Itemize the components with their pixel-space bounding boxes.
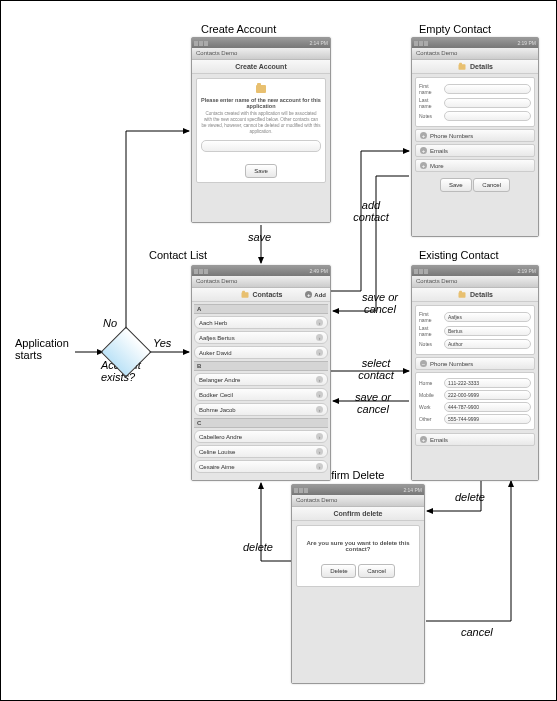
phone-existing-contact: 2:19 PM Contacts Demo Details First name… xyxy=(411,265,539,481)
screen-header: Create Account xyxy=(192,60,330,74)
flowchart-canvas: Create Account Empty Contact Contact Lis… xyxy=(0,0,557,701)
add-button[interactable]: +Add xyxy=(305,291,326,298)
edge-save-cancel-empty: save or cancel xyxy=(355,291,405,315)
list-item[interactable]: Cabellero Andre› xyxy=(194,430,328,443)
title-contact-list: Contact List xyxy=(149,249,207,261)
plus-icon: + xyxy=(420,162,427,169)
list-item[interactable]: Aach Herb› xyxy=(194,316,328,329)
chevron-icon: › xyxy=(316,319,323,326)
phone-input[interactable]: 444-787-9900 xyxy=(444,402,531,412)
phone-create-account: 2:14 PM Contacts Demo Create Account Ple… xyxy=(191,37,331,223)
edge-yes: Yes xyxy=(153,337,171,349)
title-create-account: Create Account xyxy=(201,23,276,35)
folder-icon xyxy=(256,85,266,93)
emails-accordion[interactable]: +Emails xyxy=(415,144,535,157)
screen-header: Confirm delete xyxy=(292,507,424,521)
folder-icon xyxy=(459,292,466,298)
last-name-label: Last name xyxy=(419,325,441,337)
section-header-a: A xyxy=(194,304,328,314)
plus-icon: + xyxy=(420,436,427,443)
section-header-c: C xyxy=(194,418,328,428)
app-title-bar: Contacts Demo xyxy=(412,276,538,288)
create-account-body: Please enter name of the new account for… xyxy=(192,74,330,222)
list-item[interactable]: Aafjes Bertus› xyxy=(194,331,328,344)
chevron-icon: › xyxy=(316,406,323,413)
status-bar: 2:14 PM xyxy=(292,485,424,495)
notes-input[interactable] xyxy=(444,111,531,121)
edge-save-cancel-existing: save or cancel xyxy=(343,391,403,415)
chevron-icon: › xyxy=(316,391,323,398)
status-bar: 2:14 PM xyxy=(192,38,330,48)
phone-input[interactable]: 111-222-3333 xyxy=(444,378,531,388)
folder-icon xyxy=(241,292,248,298)
status-bar: 2:19 PM xyxy=(412,38,538,48)
plus-icon: + xyxy=(420,132,427,139)
last-name-input[interactable] xyxy=(444,98,531,108)
screen-header: Details xyxy=(412,288,538,302)
list-item[interactable]: Cesaire Aime› xyxy=(194,460,328,473)
list-item[interactable]: Bodker Cecil› xyxy=(194,388,328,401)
label-application-starts: Application starts xyxy=(15,337,75,361)
app-title-bar: Contacts Demo xyxy=(412,48,538,60)
plus-icon: + xyxy=(420,147,427,154)
confirm-delete-body: Are you sure you want to delete this con… xyxy=(292,521,424,683)
list-item[interactable]: Bohme Jacob› xyxy=(194,403,328,416)
edge-delete-confirm: delete xyxy=(243,541,273,553)
cancel-button[interactable]: Cancel xyxy=(358,564,395,578)
save-button[interactable]: Save xyxy=(245,164,277,178)
save-button[interactable]: Save xyxy=(440,178,472,192)
prompt-bold: Please enter name of the new account for… xyxy=(201,97,321,109)
phone-numbers-accordion[interactable]: +Phone Numbers xyxy=(415,129,535,142)
title-empty-contact: Empty Contact xyxy=(419,23,491,35)
app-title-bar: Contacts Demo xyxy=(292,495,424,507)
last-name-label: Last name xyxy=(419,97,441,109)
edge-cancel-confirm: cancel xyxy=(461,626,493,638)
phone-contact-list: 2:49 PM Contacts Demo Contacts +Add A Aa… xyxy=(191,265,331,481)
screen-header: Contacts +Add xyxy=(192,288,330,302)
first-name-input[interactable] xyxy=(444,84,531,94)
notes-label: Notes xyxy=(419,113,441,119)
phone-numbers-accordion[interactable]: −Phone Numbers xyxy=(415,357,535,370)
first-name-label: First name xyxy=(419,311,441,323)
notes-input[interactable]: Author xyxy=(444,339,531,349)
edge-add-contact: add contact xyxy=(346,199,396,223)
screen-header: Details xyxy=(412,60,538,74)
phone-input[interactable]: 555-744-9999 xyxy=(444,414,531,424)
phone-row: Other555-744-9999 xyxy=(419,414,531,424)
last-name-input[interactable]: Bertus xyxy=(444,326,531,336)
list-item[interactable]: Auker David› xyxy=(194,346,328,359)
emails-accordion[interactable]: +Emails xyxy=(415,433,535,446)
chevron-icon: › xyxy=(316,349,323,356)
prompt-desc: Contacts created with this application w… xyxy=(201,111,321,134)
contact-list-body: A Aach Herb› Aafjes Bertus› Auker David›… xyxy=(192,302,330,480)
existing-contact-body: First nameAafjes Last nameBertus NotesAu… xyxy=(412,302,538,480)
edge-save-create: save xyxy=(248,231,271,243)
edge-select-contact: select contact xyxy=(351,357,401,381)
phone-row: Mobile222-000-9999 xyxy=(419,390,531,400)
chevron-icon: › xyxy=(316,376,323,383)
confirm-message: Are you sure you want to delete this con… xyxy=(303,540,413,552)
account-name-input[interactable] xyxy=(201,140,321,152)
chevron-icon: › xyxy=(316,463,323,470)
status-bar: 2:19 PM xyxy=(412,266,538,276)
edge-no: No xyxy=(103,317,117,329)
list-item[interactable]: Celine Louise› xyxy=(194,445,328,458)
plus-icon: + xyxy=(305,291,312,298)
title-existing-contact: Existing Contact xyxy=(419,249,498,261)
empty-contact-body: First name Last name Notes +Phone Number… xyxy=(412,74,538,236)
notes-label: Notes xyxy=(419,341,441,347)
phone-empty-contact: 2:19 PM Contacts Demo Details First name… xyxy=(411,37,539,237)
delete-button[interactable]: Delete xyxy=(321,564,356,578)
more-accordion[interactable]: +More xyxy=(415,159,535,172)
first-name-input[interactable]: Aafjes xyxy=(444,312,531,322)
app-title-bar: Contacts Demo xyxy=(192,48,330,60)
list-item[interactable]: Belanger Andre› xyxy=(194,373,328,386)
phone-row: Home111-222-3333 xyxy=(419,378,531,388)
phone-row: Work444-787-9900 xyxy=(419,402,531,412)
folder-icon xyxy=(459,64,466,70)
cancel-button[interactable]: Cancel xyxy=(473,178,510,192)
status-bar: 2:49 PM xyxy=(192,266,330,276)
edge-delete-existing: delete xyxy=(455,491,485,503)
phone-input[interactable]: 222-000-9999 xyxy=(444,390,531,400)
section-header-b: B xyxy=(194,361,328,371)
